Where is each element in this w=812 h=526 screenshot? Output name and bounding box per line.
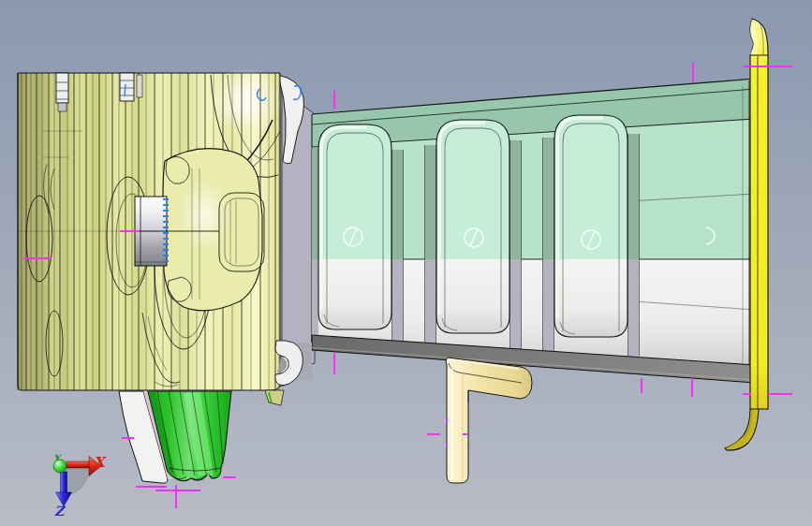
- rubber-boot-part[interactable]: [312, 79, 755, 383]
- boot-rib: [553, 115, 631, 342]
- origin-ball: [53, 460, 66, 473]
- bottom-bracket[interactable]: [275, 341, 312, 386]
- metal-terminal-pin[interactable]: [135, 197, 167, 266]
- cad-viewport[interactable]: Y X Z: [0, 0, 812, 526]
- viewport-canvas[interactable]: Y X Z: [0, 0, 812, 526]
